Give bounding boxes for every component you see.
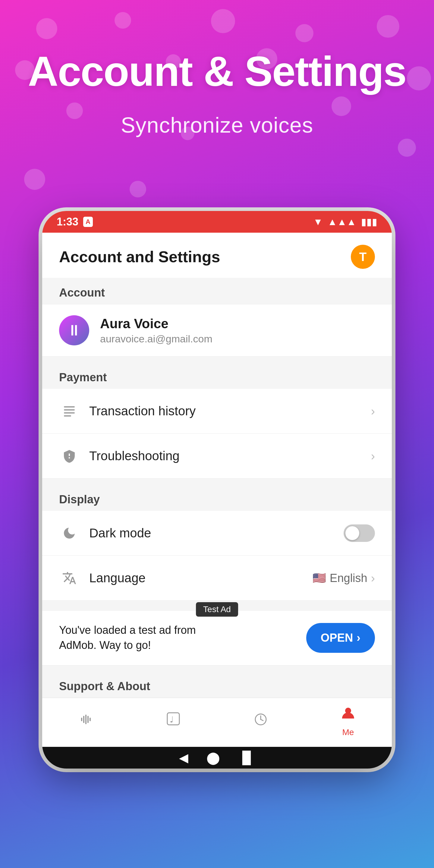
language-value: 🇺🇸 English › (313, 571, 375, 585)
ad-open-arrow: › (356, 631, 361, 644)
battery-icon: ▮▮▮ (361, 216, 377, 227)
page-header: Account & Settings Synchronize voices (0, 48, 434, 137)
payment-section-label: Payment (42, 363, 392, 389)
language-row[interactable]: Language 🇺🇸 English › (42, 556, 392, 601)
nav-me-label: Me (342, 727, 354, 737)
transaction-history-row[interactable]: Transaction history › (42, 389, 392, 434)
svg-rect-6 (85, 715, 87, 724)
ad-banner: Test Ad You've loaded a test ad from AdM… (42, 610, 392, 665)
account-email: auravoice.ai@gmail.com (100, 333, 213, 345)
recents-button[interactable]: ▐▌ (238, 751, 255, 764)
avatar-icon: ⏸ (67, 321, 82, 339)
ad-tag: Test Ad (196, 602, 238, 617)
troubleshooting-label: Troubleshooting (89, 449, 371, 463)
page-subtitle: Synchronize voices (0, 113, 434, 137)
display-section-label: Display (42, 485, 392, 511)
list-icon (62, 404, 76, 418)
voice-icon (78, 712, 94, 731)
ad-text: You've loaded a test ad from AdMob. Way … (59, 623, 234, 653)
shield-icon (62, 449, 76, 463)
home-button[interactable]: ⬤ (207, 751, 220, 765)
app-bar-title: Account and Settings (59, 248, 220, 266)
moon-icon (62, 526, 76, 540)
settings-content: Account ⏸ Aura Voice auravoice.ai@gmail.… (42, 278, 392, 698)
svg-text:♩: ♩ (170, 715, 174, 724)
status-icons: ▼ ▲▲▲ ▮▮▮ (313, 216, 377, 227)
status-time: 1:33 (57, 216, 79, 228)
premium-badge-letter: T (359, 250, 367, 264)
translate-icon (62, 571, 76, 585)
svg-rect-1 (64, 409, 75, 410)
dark-mode-icon (59, 523, 80, 544)
back-button[interactable]: ◀ (179, 751, 188, 765)
app-bar: Account and Settings T ✦ (42, 233, 392, 278)
dark-mode-toggle[interactable] (344, 524, 375, 542)
status-a-icon: A (83, 217, 93, 227)
troubleshooting-icon (59, 446, 80, 466)
ad-open-button[interactable]: OPEN › (306, 623, 375, 653)
bottom-system-bar: ◀ ⬤ ▐▌ (42, 747, 392, 769)
premium-badge[interactable]: T ✦ (351, 245, 375, 269)
svg-rect-0 (64, 406, 75, 407)
dark-mode-row[interactable]: Dark mode (42, 511, 392, 556)
svg-line-13 (261, 719, 263, 721)
status-bar: 1:33 A ▼ ▲▲▲ ▮▮▮ (42, 211, 392, 233)
history-icon (253, 712, 269, 731)
toggle-knob (345, 526, 359, 540)
dark-mode-label: Dark mode (89, 526, 344, 540)
account-name: Aura Voice (100, 316, 213, 331)
language-value-text: English (330, 572, 367, 585)
account-section-label: Account (42, 278, 392, 304)
svg-rect-8 (90, 718, 91, 721)
svg-rect-2 (64, 412, 75, 413)
support-section-label: Support & About (42, 673, 392, 698)
language-label: Language (89, 571, 313, 585)
language-chevron: › (371, 571, 375, 585)
nav-item-me[interactable]: Me (304, 705, 392, 737)
premium-star-icon: ✦ (371, 244, 376, 251)
transaction-history-chevron: › (371, 404, 375, 418)
me-icon (340, 705, 356, 724)
transaction-history-label: Transaction history (89, 404, 371, 418)
nav-item-voice[interactable] (42, 712, 130, 731)
svg-rect-7 (87, 716, 89, 723)
flag-icon: 🇺🇸 (313, 572, 326, 584)
troubleshooting-row[interactable]: Troubleshooting › (42, 434, 392, 478)
nav-item-music[interactable]: ♩ (130, 712, 217, 731)
nav-item-history[interactable] (217, 712, 304, 731)
language-icon (59, 568, 80, 588)
wifi-icon: ▼ (313, 216, 323, 227)
svg-rect-5 (83, 716, 84, 723)
account-item[interactable]: ⏸ Aura Voice auravoice.ai@gmail.com (42, 304, 392, 356)
ad-open-label: OPEN (321, 631, 353, 644)
svg-rect-4 (81, 718, 82, 721)
svg-rect-3 (64, 415, 71, 416)
music-icon: ♩ (165, 712, 181, 731)
transaction-history-icon (59, 401, 80, 421)
signal-icon: ▲▲▲ (328, 216, 356, 227)
page-title: Account & Settings (0, 48, 434, 95)
account-info: Aura Voice auravoice.ai@gmail.com (100, 316, 213, 345)
avatar: ⏸ (59, 315, 89, 345)
phone-frame: 1:33 A ▼ ▲▲▲ ▮▮▮ Account and Settings T … (42, 211, 392, 769)
troubleshooting-chevron: › (371, 450, 375, 463)
bottom-nav: ♩ Me (42, 698, 392, 747)
